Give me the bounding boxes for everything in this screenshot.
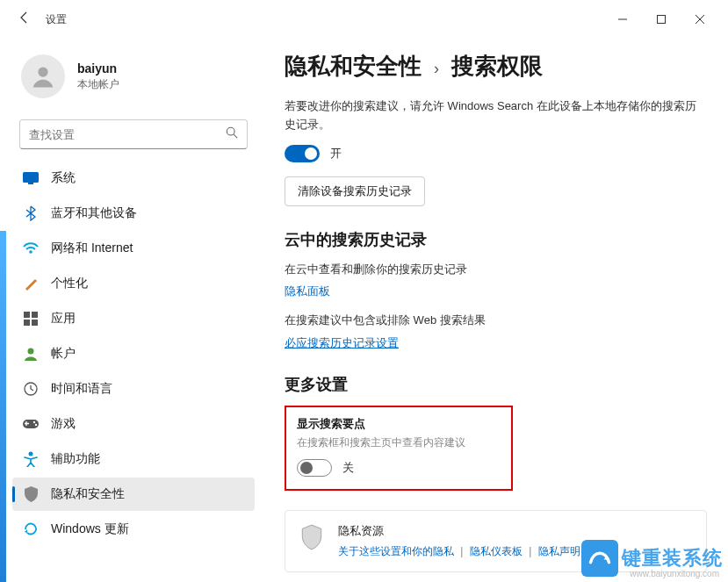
search-highlights-toggle[interactable] [297, 459, 332, 477]
local-history-desc: 若要改进你的搜索建议，请允许 Windows Search 在此设备上本地存储你… [285, 97, 707, 134]
avatar [21, 54, 65, 98]
sidebar-item-label: 游戏 [51, 416, 76, 432]
apps-icon [23, 311, 39, 327]
sidebar-item-label: 系统 [51, 170, 76, 186]
local-history-toggle[interactable] [285, 145, 320, 162]
wifi-icon [23, 241, 39, 256]
window-title: 设置 [46, 12, 67, 27]
privacy-dashboard-link[interactable]: 隐私仪表板 [470, 545, 523, 557]
svg-rect-8 [24, 312, 30, 318]
game-icon [23, 416, 39, 432]
sidebar-item-label: 时间和语言 [51, 381, 112, 397]
system-icon [23, 170, 39, 186]
more-settings-heading: 更多设置 [285, 374, 707, 395]
search-icon [226, 126, 238, 142]
sidebar-item-accounts[interactable]: 帐户 [12, 337, 255, 370]
back-button[interactable] [9, 11, 40, 28]
cloud-history-line1: 在云中查看和删除你的搜索历史记录 [285, 261, 707, 279]
sidebar-item-label: 个性化 [51, 276, 88, 291]
account-type: 本地帐户 [77, 77, 119, 92]
sidebar-item-gaming[interactable]: 游戏 [12, 407, 255, 441]
svg-rect-6 [28, 183, 33, 184]
sidebar-item-personalization[interactable]: 个性化 [12, 267, 255, 300]
main-content: 隐私和安全性 › 搜索权限 若要改进你的搜索建议，请允许 Windows Sea… [263, 39, 728, 582]
privacy-statement-link[interactable]: 隐私声明 [538, 545, 580, 557]
sidebar-item-bluetooth[interactable]: 蓝牙和其他设备 [12, 197, 255, 230]
sidebar-item-system[interactable]: 系统 [12, 162, 255, 195]
sidebar-item-update[interactable]: Windows 更新 [12, 513, 255, 546]
maximize-button[interactable] [642, 5, 681, 33]
close-button[interactable] [681, 5, 719, 33]
account-block[interactable]: baiyun 本地帐户 [9, 46, 258, 114]
sidebar-item-accessibility[interactable]: 辅助功能 [12, 442, 255, 476]
search-highlights-desc: 在搜索框和搜索主页中查看内容建议 [297, 435, 501, 450]
person-icon [23, 346, 39, 362]
svg-rect-10 [24, 320, 30, 326]
sidebar-item-label: 帐户 [51, 346, 76, 362]
svg-point-15 [33, 421, 35, 423]
clock-icon [23, 381, 39, 397]
breadcrumb: 隐私和安全性 › 搜索权限 [285, 51, 707, 82]
sidebar-item-label: 隐私和安全性 [51, 486, 125, 502]
svg-rect-11 [32, 320, 38, 326]
titlebar: 设置 [0, 0, 728, 39]
sidebar-item-privacy[interactable]: 隐私和安全性 [12, 478, 255, 511]
breadcrumb-current: 搜索权限 [451, 51, 543, 82]
svg-rect-1 [658, 16, 666, 24]
cloud-history-line2: 在搜索建议中包含或排除 Web 搜索结果 [285, 312, 707, 330]
svg-rect-5 [23, 172, 39, 183]
chevron-right-icon: › [434, 60, 439, 78]
bluetooth-icon [23, 205, 39, 221]
search-highlights-title: 显示搜索要点 [297, 416, 501, 432]
privacy-panel-link[interactable]: 隐私面板 [285, 284, 330, 299]
svg-point-16 [35, 424, 37, 426]
privacy-resources-title: 隐私资源 [338, 523, 580, 539]
update-icon [23, 521, 39, 537]
sidebar-item-apps[interactable]: 应用 [12, 302, 255, 335]
search-highlights-toggle-label: 关 [342, 460, 354, 476]
sidebar-item-label: 网络和 Internet [51, 241, 133, 256]
search-input-wrap[interactable] [19, 119, 248, 149]
account-name: baiyun [77, 61, 119, 75]
svg-point-12 [28, 348, 34, 355]
highlight-box: 显示搜索要点 在搜索框和搜索主页中查看内容建议 关 [285, 406, 513, 491]
svg-point-2 [38, 67, 47, 76]
svg-point-3 [227, 127, 234, 135]
privacy-resources-card[interactable]: 隐私资源 关于这些设置和你的隐私 | 隐私仪表板 | 隐私声明 [285, 510, 707, 572]
privacy-about-link[interactable]: 关于这些设置和你的隐私 [338, 545, 454, 557]
access-icon [23, 451, 39, 467]
sidebar-item-label: 蓝牙和其他设备 [51, 205, 137, 221]
minimize-button[interactable] [603, 5, 642, 33]
sidebar-item-label: 应用 [51, 311, 76, 327]
shield-icon [299, 523, 324, 551]
svg-point-7 [29, 250, 32, 254]
bing-history-settings-link[interactable]: 必应搜索历史记录设置 [285, 335, 399, 351]
sidebar-item-label: Windows 更新 [51, 521, 129, 537]
clear-device-history-button[interactable]: 清除设备搜索历史记录 [285, 176, 425, 206]
sidebar-item-time[interactable]: 时间和语言 [12, 372, 255, 406]
svg-point-17 [29, 452, 33, 456]
shield-icon [23, 486, 39, 502]
local-history-toggle-label: 开 [330, 146, 342, 162]
sidebar: baiyun 本地帐户 系统蓝牙和其他设备网络和 Internet个性化应用帐户… [0, 39, 263, 582]
sidebar-item-label: 辅助功能 [51, 451, 100, 467]
sidebar-item-network[interactable]: 网络和 Internet [12, 232, 255, 265]
nav-list: 系统蓝牙和其他设备网络和 Internet个性化应用帐户时间和语言游戏辅助功能隐… [9, 162, 258, 546]
svg-line-4 [234, 134, 237, 138]
cloud-history-heading: 云中的搜索历史记录 [285, 229, 707, 250]
svg-rect-9 [32, 312, 38, 318]
breadcrumb-parent[interactable]: 隐私和安全性 [285, 51, 422, 82]
search-input[interactable] [29, 128, 226, 141]
brush-icon [23, 276, 39, 291]
edge-decor [0, 231, 6, 582]
